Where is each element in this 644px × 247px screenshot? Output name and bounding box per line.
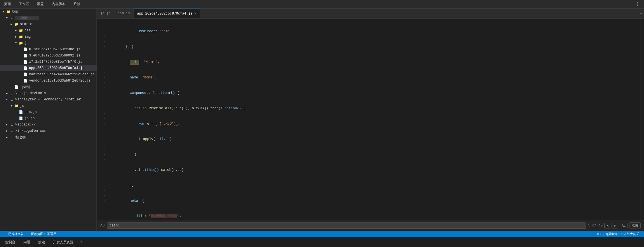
sidebar-item-xinkaogufen[interactable]: ▶ ☁ xinkaogufen.com	[0, 128, 97, 134]
tab-dom-js-label: dom.js	[118, 11, 130, 15]
sidebar-item-file-2[interactable]: 📄 3.e07610a9d86d20598092.js	[0, 52, 97, 59]
sidebar-item-www-label: www...	[15, 16, 39, 20]
status-csdn: CSDN @勇敢许牛牛在线大闯关	[596, 232, 641, 236]
cloud-icon: ☁	[9, 129, 14, 133]
search-input[interactable]	[110, 224, 584, 228]
tab-dom-js[interactable]: dom.js	[114, 9, 134, 19]
sidebar-item-www[interactable]: ▼ ☁ www...	[0, 15, 97, 21]
sidebar-item-dom-js[interactable]: 📄 dom.js	[0, 109, 97, 115]
sidebar-item-file-manifest[interactable]: 📄 manifest.0de42440366f299c9ceb.js	[0, 71, 97, 78]
file-icon: 📄	[14, 85, 19, 89]
case-sensitive-button[interactable]: Aa	[620, 223, 627, 228]
code-editor[interactable]: - - - - - - - - - - - - - - - - - - - -	[97, 19, 644, 220]
sidebar-item-file-vendor[interactable]: 📄 vendor.ec1c7f56d0ab8f2e072c.js	[0, 78, 97, 84]
sidebar-item-webpack-label: webpack://	[15, 123, 36, 127]
code-line: meta: {	[116, 198, 638, 203]
sidebar-item-webpack[interactable]: ▶ ☁ webpack://	[0, 122, 97, 128]
tab-expand-icon[interactable]: ⋯	[637, 11, 644, 16]
tab-close-icon[interactable]: ×	[194, 11, 196, 16]
tab-bar: js.js dom.js app.262de46082c5c870cfa4.js…	[97, 9, 644, 19]
tab-app-js[interactable]: app.262de46082c5c870cfa4.js ×	[134, 9, 200, 19]
bottom-bar: 控制台 问题 搜索 开发人员资源 +	[0, 237, 644, 247]
topbar-item-content-scripts[interactable]: 内容脚本	[50, 1, 67, 8]
folder-icon: 📁	[14, 104, 19, 108]
code-line: redirect: /home	[116, 29, 638, 34]
search-prev-button[interactable]: ∧	[604, 223, 611, 228]
code-line: path: "/home",	[116, 60, 638, 65]
arrow-icon: ▶	[14, 35, 18, 39]
sidebar-item-img[interactable]: ▶ 📁 img	[0, 34, 97, 40]
sidebar-item-js-js-label: js.js	[24, 116, 35, 120]
sidebar-item-index[interactable]: 📄 （索引）	[0, 84, 97, 90]
sidebar-item-file-1-label: 0.2d19ea41c057163ff3bc.js	[29, 47, 80, 51]
arrow-icon: ▶	[5, 129, 9, 133]
topbar-item-workspace[interactable]: 工作区	[17, 1, 31, 8]
tab-app-js-label: app.262de46082c5c870cfa4.js	[137, 12, 192, 16]
file-icon: 📄	[18, 110, 23, 114]
sidebar-item-xinkaogufen-label: xinkaogufen.com	[15, 129, 46, 133]
code-line: t.apply(null, e)	[116, 137, 638, 142]
more-options-icon[interactable]: ⋮	[634, 1, 642, 7]
fold-gutter	[108, 19, 114, 220]
status-bar: 5 已选择字符 覆盖范围: 不适用 CSDN @勇敢许牛牛在线大闯关	[0, 231, 644, 237]
file-icon: 📄	[18, 116, 23, 121]
bottom-bar-console[interactable]: 控制台	[3, 239, 17, 246]
code-line: component: function(t) {	[116, 90, 638, 96]
cancel-search-button[interactable]: 取消	[629, 222, 641, 228]
sidebar-item-js-folder-label: js	[24, 41, 28, 45]
sidebar-item-js-js[interactable]: 📄 js.js	[0, 115, 97, 122]
arrow-icon: ▼	[9, 104, 14, 108]
folder-icon: 📁	[14, 22, 19, 27]
sidebar-item-file-app[interactable]: 📄 app.262de46082c5c870cfa4.js	[0, 65, 97, 71]
code-line: }	[116, 152, 638, 157]
tab-js-js[interactable]: js.js	[97, 9, 114, 19]
file-icon: 📄	[23, 47, 28, 52]
sidebar-item-wap-js[interactable]: ▼ 📁 js	[0, 103, 97, 109]
sidebar-item-top[interactable]: ▼ 📁 top	[0, 9, 97, 15]
arrow-icon: ▶	[14, 29, 18, 32]
bottom-bar-search[interactable]: 搜索	[36, 239, 47, 246]
bottom-bar-problems[interactable]: 问题	[22, 239, 32, 246]
folder-icon: 📁	[18, 35, 23, 39]
code-line: return Promise.all([n.e(0), n.e(3)]).the…	[116, 106, 638, 111]
cloud-icon: ☁	[9, 135, 14, 139]
sidebar-item-file-1[interactable]: 📄 0.2d19ea41c057163ff3bc.js	[0, 46, 97, 52]
code-line: name: "home",	[116, 75, 638, 80]
top-bar: 页面 工作区 覆盖 内容脚本 片段 ⋮	[0, 0, 644, 9]
sidebar-item-vue-devtools[interactable]: ▶ ☁ Vue.js devtools	[0, 90, 97, 96]
sidebar-item-file-3[interactable]: 📄 17.2a9147579e8fbe7fb7f0.js	[0, 59, 97, 65]
sidebar-item-fangehao[interactable]: ▶ ☁ 翻改猴	[0, 134, 97, 140]
sidebar-item-wappalyzer[interactable]: ▼ ☁ Wappalyzer - Technology profiler	[0, 96, 97, 103]
topbar-item-snippets[interactable]: 片段	[72, 1, 82, 8]
search-count: 5 of 40	[588, 224, 602, 228]
sidebar-item-img-label: img	[24, 35, 31, 39]
status-bar-right: CSDN @勇敢许牛牛在线大闯关	[596, 232, 641, 236]
file-icon: 📄	[23, 60, 28, 64]
topbar-item-overrides[interactable]: 覆盖	[35, 1, 46, 8]
search-next-button[interactable]: ∨	[612, 223, 618, 228]
code-line: title: "BLURRED_TITLE",	[116, 214, 638, 219]
status-coverage[interactable]: 覆盖范围: 不适用	[30, 232, 58, 236]
file-icon: 📄	[23, 54, 28, 58]
code-line: }, {	[116, 44, 638, 49]
sidebar-item-wappalyzer-label: Wappalyzer - Technology profiler	[15, 98, 81, 102]
arrow-icon: ▼	[5, 17, 9, 20]
search-nav: ∧ ∨	[604, 223, 618, 228]
status-selection[interactable]: 5 已选择字符	[3, 232, 25, 236]
minimap	[641, 19, 644, 220]
add-panel-button[interactable]: +	[80, 239, 83, 245]
topbar-item-pages[interactable]: 页面	[2, 1, 13, 8]
sidebar-item-static[interactable]: ▶ 📁 static	[0, 21, 97, 27]
sidebar-item-file-manifest-label: manifest.0de42440366f299c9ceb.js	[29, 72, 95, 76]
search-bar: AB 5 of 40 ∧ ∨ Aa 取消	[97, 220, 644, 231]
sidebar-item-vue-label: Vue.js devtools	[15, 91, 46, 95]
code-line: },	[116, 183, 638, 188]
tab-js-js-label: js.js	[100, 11, 110, 15]
code-content[interactable]: redirect: /home }, { path: "/home", name…	[114, 19, 641, 220]
sidebar: ▼ 📁 top ▼ ☁ www... ▶ 📁 static ▶ 📁 css ▶ …	[0, 9, 97, 231]
sidebar-item-css[interactable]: ▶ 📁 css	[0, 27, 97, 34]
sidebar-item-index-label: （索引）	[20, 85, 34, 90]
search-input-wrap	[107, 222, 586, 229]
sidebar-item-js-folder[interactable]: ▼ 📁 js	[0, 40, 97, 46]
bottom-bar-devresources[interactable]: 开发人员资源	[51, 239, 75, 246]
